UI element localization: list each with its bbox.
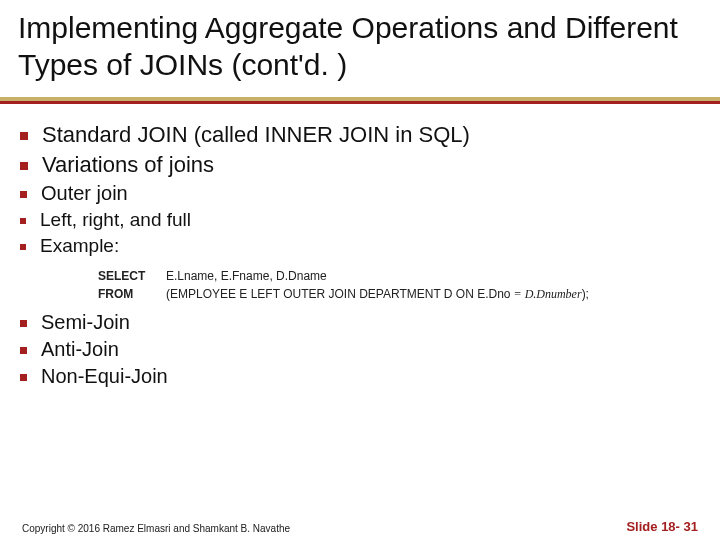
title-area: Implementing Aggregate Operations and Di… [0,0,720,101]
bullet-icon [20,347,27,354]
sql-text-italic: D.Dnumber [525,287,582,301]
sql-text: ); [582,287,589,301]
copyright-text: Copyright © 2016 Ramez Elmasri and Shamk… [22,523,290,534]
bullet-text: Anti-Join [41,338,119,361]
bullet-lvl2: Non-Equi-Join [20,365,700,388]
sql-keyword: FROM [98,285,166,303]
sql-rest: (EMPLOYEE E LEFT OUTER JOIN DEPARTMENT D… [166,285,700,303]
bullet-icon [20,320,27,327]
bullet-icon [20,132,28,140]
bullet-lvl2: Semi-Join [20,311,700,334]
bullet-text: Standard JOIN (called INNER JOIN in SQL) [42,122,470,148]
slide: Implementing Aggregate Operations and Di… [0,0,720,540]
bullet-icon [20,374,27,381]
sql-line-from: FROM (EMPLOYEE E LEFT OUTER JOIN DEPARTM… [98,285,700,303]
bullet-lvl1: Standard JOIN (called INNER JOIN in SQL) [20,122,700,148]
sql-text-italic: = [511,287,525,301]
sql-line-select: SELECT E.Lname, E.Fname, D.Dname [98,267,700,285]
bullet-lvl2: Outer join [20,182,700,205]
bullet-text: Outer join [41,182,128,205]
bullet-icon [20,244,26,250]
bullet-text: Non-Equi-Join [41,365,168,388]
sql-example: SELECT E.Lname, E.Fname, D.Dname FROM (E… [98,267,700,303]
bullet-text: Semi-Join [41,311,130,334]
slide-body: Standard JOIN (called INNER JOIN in SQL)… [0,104,720,388]
sql-text: (EMPLOYEE E LEFT OUTER JOIN DEPARTMENT D… [166,287,511,301]
slide-title: Implementing Aggregate Operations and Di… [18,10,702,83]
bullet-icon [20,218,26,224]
sql-keyword: SELECT [98,267,166,285]
bullet-text: Variations of joins [42,152,214,178]
sql-rest: E.Lname, E.Fname, D.Dname [166,267,700,285]
slide-number: Slide 18- 31 [626,519,698,534]
bullet-text: Left, right, and full [40,209,191,231]
bullet-icon [20,191,27,198]
bullet-lvl3: Example: [20,235,700,257]
bullet-icon [20,162,28,170]
footer: Copyright © 2016 Ramez Elmasri and Shamk… [0,519,720,534]
bullet-lvl2: Anti-Join [20,338,700,361]
bullet-text: Example: [40,235,119,257]
bullet-lvl3: Left, right, and full [20,209,700,231]
bullet-lvl1: Variations of joins [20,152,700,178]
